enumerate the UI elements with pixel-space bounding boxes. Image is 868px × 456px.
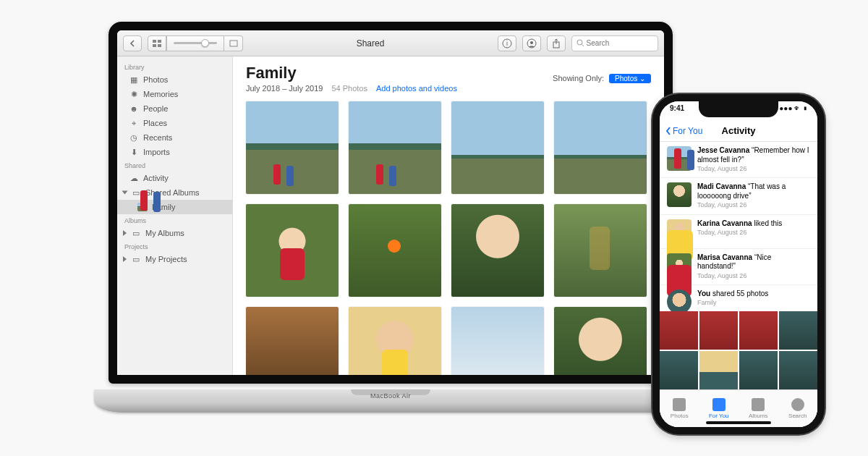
filter-dropdown[interactable]: Photos ⌄	[609, 74, 651, 83]
activity-thumb	[667, 182, 692, 207]
sidebar-item-people[interactable]: ☻People	[117, 101, 232, 116]
svg-point-8	[530, 41, 533, 44]
shared-thumbnails[interactable]	[660, 311, 817, 389]
svg-rect-3	[158, 44, 161, 47]
imports-icon: ⬇	[129, 148, 139, 156]
sidebar-item-my-projects[interactable]: ▭My Projects	[117, 252, 232, 266]
sidebar-item-family[interactable]: Family	[117, 200, 232, 214]
activity-thumb	[667, 146, 692, 171]
tab-photos[interactable]: Photos	[660, 390, 699, 427]
photo-thumbnail[interactable]	[554, 204, 647, 297]
shared-thumb[interactable]	[779, 311, 817, 350]
sidebar-item-recents[interactable]: ◷Recents	[117, 130, 232, 145]
photo-thumbnail[interactable]	[349, 101, 441, 194]
photo-thumbnail[interactable]	[246, 101, 339, 194]
recents-icon: ◷	[129, 133, 139, 142]
window-toolbar: Shared i	[117, 30, 664, 56]
albums-tab-icon	[752, 398, 765, 411]
zoom-slider[interactable]	[166, 35, 224, 51]
back-button[interactable]: For You	[665, 126, 702, 136]
disclosure-icon[interactable]	[123, 230, 127, 236]
home-indicator[interactable]	[706, 421, 771, 424]
iphone-notch	[699, 101, 778, 117]
cloud-icon: ☁	[129, 174, 139, 182]
sidebar-item-shared-albums[interactable]: ▭Shared Albums	[117, 185, 232, 200]
sidebar-item-activity[interactable]: ☁Activity	[117, 171, 232, 185]
activity-item[interactable]: Jesse Cavanna “Remember how I almost fel…	[660, 142, 817, 178]
photos-tab-icon	[673, 398, 686, 411]
folder-icon: ▭	[131, 229, 141, 237]
view-mode-segment[interactable]	[148, 35, 243, 51]
search-tab-icon	[791, 398, 804, 411]
avatar	[667, 290, 692, 311]
activity-thumb	[667, 219, 692, 244]
svg-rect-2	[153, 44, 156, 47]
activity-item[interactable]: Karina Cavanna liked thisToday, August 2…	[660, 215, 817, 249]
sidebar-heading-albums: Albums	[117, 214, 232, 226]
photo-thumbnail[interactable]	[451, 101, 544, 194]
shared-thumb[interactable]	[739, 351, 778, 389]
svg-text:i: i	[506, 40, 508, 47]
chevron-down-icon: ⌄	[639, 75, 645, 83]
album-thumb-icon	[137, 203, 148, 211]
svg-line-11	[582, 45, 584, 47]
svg-point-10	[577, 40, 582, 45]
shared-thumb[interactable]	[660, 351, 698, 389]
filter-label: Showing Only:	[553, 74, 604, 83]
activity-thumb	[667, 253, 692, 278]
album-date-range: July 2018 – July 2019	[246, 84, 323, 93]
shared-thumb[interactable]	[699, 311, 738, 350]
svg-rect-4	[230, 41, 237, 46]
grid-view-icon[interactable]	[148, 35, 166, 51]
shared-thumb[interactable]	[660, 311, 698, 350]
info-button[interactable]: i	[498, 35, 516, 51]
shared-thumb[interactable]	[779, 351, 817, 389]
window-title: Shared	[249, 38, 492, 48]
svg-rect-1	[158, 40, 161, 43]
sidebar: Library ▦Photos ✺Memories ☻People ⌖Place…	[117, 56, 233, 375]
people-icon: ☻	[129, 104, 139, 113]
single-view-icon[interactable]	[224, 35, 243, 51]
status-indicators: ●●● ᯤ ▮	[779, 104, 807, 112]
tab-search[interactable]: Search	[778, 390, 818, 427]
album-content: Family July 2018 – July 2019 54 Photos A…	[233, 56, 664, 375]
device-label: MacBook Air	[94, 392, 687, 400]
photo-thumbnail[interactable]	[246, 204, 339, 297]
shared-thumb[interactable]	[739, 311, 778, 350]
photo-thumbnail[interactable]	[451, 204, 544, 297]
status-time: 9:41	[670, 104, 684, 112]
sidebar-item-imports[interactable]: ⬇Imports	[117, 145, 232, 159]
photos-icon: ▦	[129, 75, 139, 84]
sidebar-item-photos[interactable]: ▦Photos	[117, 72, 232, 87]
sidebar-item-places[interactable]: ⌖Places	[117, 116, 232, 130]
filter-bar: Showing Only: Photos ⌄	[553, 74, 651, 83]
photos-app-window: Shared i Library ▦Pho	[117, 30, 664, 375]
sidebar-heading-projects: Projects	[117, 240, 232, 252]
shared-thumb[interactable]	[699, 351, 738, 389]
chevron-left-icon	[665, 127, 671, 135]
search-field[interactable]	[571, 35, 658, 51]
sidebar-item-memories[interactable]: ✺Memories	[117, 87, 232, 101]
add-photos-link[interactable]: Add photos and videos	[376, 84, 457, 93]
photo-grid	[246, 101, 651, 375]
share-button[interactable]	[547, 35, 566, 51]
photo-thumbnail[interactable]	[349, 307, 441, 375]
activity-item[interactable]: Madi Cavanna “That was a loooooong drive…	[660, 178, 817, 214]
disclosure-icon[interactable]	[123, 256, 127, 262]
sidebar-heading-shared: Shared	[117, 159, 232, 171]
photo-thumbnail[interactable]	[554, 101, 647, 194]
places-icon: ⌖	[129, 119, 139, 127]
photo-thumbnail[interactable]	[349, 204, 441, 297]
photo-thumbnail[interactable]	[451, 307, 544, 375]
albums-icon: ▭	[131, 188, 141, 197]
macbook-base: MacBook Air	[94, 389, 687, 413]
add-people-button[interactable]	[522, 35, 541, 51]
search-input[interactable]	[587, 39, 653, 47]
back-button[interactable]	[123, 35, 142, 51]
activity-item[interactable]: Marisa Cavanna “Nice handstand!”Today, A…	[660, 249, 817, 285]
sidebar-item-my-albums[interactable]: ▭My Albums	[117, 226, 232, 240]
disclosure-icon[interactable]	[122, 191, 128, 195]
photo-thumbnail[interactable]	[554, 307, 647, 375]
photo-thumbnail[interactable]	[246, 307, 339, 375]
activity-list[interactable]: Jesse Cavanna “Remember how I almost fel…	[660, 142, 817, 311]
